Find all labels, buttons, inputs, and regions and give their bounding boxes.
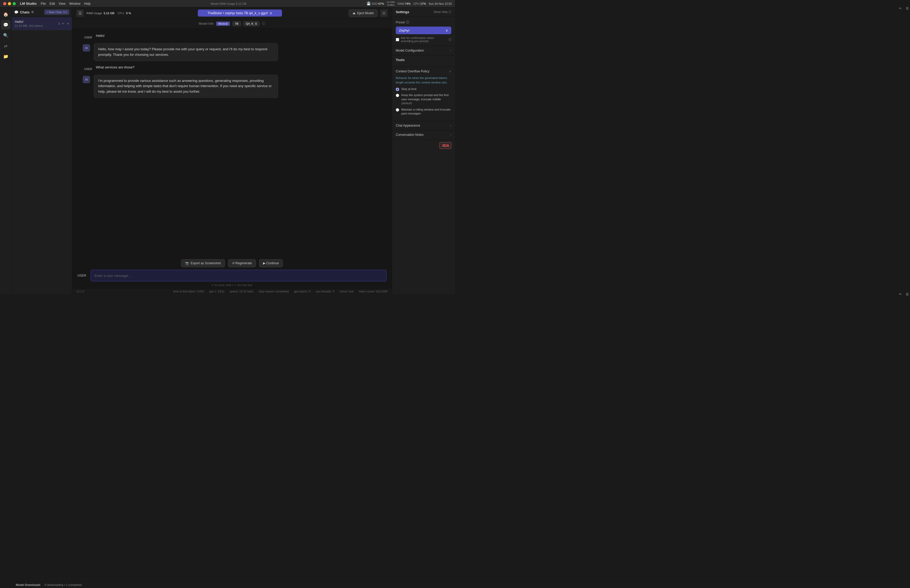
preset-chevron-icon: ∨ (446, 28, 448, 32)
status-gpu-layers: gpu layers: 0 (294, 290, 311, 293)
ask-confirmation-row: Ask for confirmation when overriding pre… (396, 36, 451, 43)
chat-area: USER Hello! ✏ 🗑 AI Hello, how may I assi… (72, 28, 392, 257)
message-role-user: USER (83, 65, 92, 71)
ai-avatar: AI (83, 44, 90, 52)
badge-mistral: Mistral (216, 22, 230, 26)
maximize-button[interactable] (13, 2, 16, 5)
context-overflow-header[interactable]: Context Overflow Policy ∨ (392, 67, 455, 76)
ram-usage-value: 5.12 GB (103, 11, 114, 15)
context-overflow-body: Behavior for when the generated tokens l… (392, 76, 455, 121)
eject-model-button[interactable]: ⏏ Eject Model (349, 10, 378, 17)
settings-title: Settings (396, 10, 409, 14)
ram-label: RAM (398, 2, 404, 5)
chat-item-actions: ℹ ✏ ✕ (58, 21, 70, 26)
radio-stop-input[interactable] (396, 88, 399, 91)
radio-keep-system: Keep the system prompt and the first use… (396, 93, 451, 105)
activity-chat[interactable]: 💬 (1, 20, 11, 29)
send-hint: ↵ to send, shift + ↵ for new line (72, 283, 392, 289)
ask-confirmation-info-icon[interactable]: ⓘ (448, 38, 451, 42)
xda-badge: XDA (440, 142, 451, 149)
settings-panel-header: Settings Show Help ⓘ (392, 7, 455, 17)
radio-rolling-window: Maintain a rolling window and truncate p… (396, 108, 451, 116)
regenerate-button[interactable]: ↺ Regenerate (228, 259, 256, 267)
sidebar-toggle-button[interactable]: ☰ (76, 10, 84, 17)
show-help-label: Show Help ⓘ (434, 10, 451, 13)
ram-value: 74% (405, 2, 411, 5)
radio-keep-input[interactable] (396, 94, 399, 97)
badge-7b: 7B (233, 21, 241, 26)
eject-icon: ⏏ (352, 11, 356, 15)
model-dropdown-chevron-icon: ∨ (270, 11, 272, 15)
menu-view[interactable]: View (59, 2, 66, 5)
badge-quant: Q4_K_S (244, 21, 259, 26)
activity-transfer[interactable]: ⇄ (1, 41, 11, 50)
app-name: LM Studio (20, 2, 37, 5)
chat-list-item[interactable]: Hello! 21.32 MB, 161 tokens ℹ ✏ ✕ (11, 17, 72, 30)
model-selector-text: TheBloke • zephyr beta 7B q4_k_s gguf (207, 11, 268, 15)
main-layout: 🏠 💬 🔍 ⇄ 📁 💬 Chats ⚙ + New Chat ⌘N Hello!… (0, 7, 455, 294)
window-panel-toggle[interactable]: ⊡ (380, 10, 388, 17)
traffic-lights[interactable] (3, 2, 16, 5)
export-screenshot-button[interactable]: 📷 Export as Screenshot (181, 259, 225, 267)
activity-home[interactable]: 🏠 (1, 10, 11, 19)
bottom-controls: 📷 Export as Screenshot ↺ Regenerate ▶ Co… (72, 257, 392, 270)
net-down: 8 KB/s (387, 4, 394, 6)
ssd-label: SSD (372, 2, 378, 5)
menu-help[interactable]: Help (84, 2, 91, 5)
model-info-icon[interactable]: ⓘ (262, 21, 265, 26)
new-chat-button[interactable]: + New Chat ⌘N (44, 10, 69, 15)
minimize-button[interactable] (8, 2, 11, 5)
user-message-text: What services are those? (96, 63, 134, 71)
ram-info: RAM Usage 5.12 GB CPU: 0 % (86, 11, 131, 15)
eject-label: Eject Model (357, 11, 373, 15)
ask-confirmation-checkbox[interactable] (396, 38, 399, 41)
message-input[interactable] (91, 270, 386, 281)
close-button[interactable] (3, 2, 6, 5)
menu-window[interactable]: Window (69, 2, 81, 5)
chat-close-icon[interactable]: ✕ (66, 21, 70, 26)
ssd-indicator: 💾 SSD 67% (367, 2, 384, 5)
titlebar-center-text: Model RAM Usage 5.12 GB (211, 2, 246, 5)
titlebar-right: 💾 SSD 67% 12 KB/s 8 KB/s RAM 74% CPU 17%… (367, 1, 452, 6)
conversation-notes-row[interactable]: Conversation Notes › (392, 130, 455, 139)
ssd-icon: 💾 (367, 2, 371, 5)
preset-label: Preset ⓘ (396, 20, 451, 24)
input-user-label: USER (78, 274, 88, 278)
radio-rolling-input[interactable] (396, 108, 399, 111)
menu-edit[interactable]: Edit (50, 2, 55, 5)
cpu-label: CPU (414, 2, 419, 5)
model-selector-button[interactable]: TheBloke • zephyr beta 7B q4_k_s gguf ∨ (198, 10, 282, 16)
continue-button[interactable]: ▶ Continue (259, 259, 283, 267)
cpu-usage: CPU: 0 % (118, 11, 131, 15)
menu-bar: File Edit View Window Help (41, 2, 91, 5)
ai-message-bubble: I'm programmed to provide various assist… (94, 75, 278, 98)
chat-appearance-row[interactable]: Chat Appearance › (392, 121, 455, 130)
settings-gear-icon[interactable]: ⚙ (31, 10, 34, 14)
chat-edit-icon[interactable]: ✏ (61, 21, 65, 26)
model-configuration-row[interactable]: Model Configuration › (392, 46, 455, 55)
ai-message-bubble: Hello, how may I assist you today? Pleas… (94, 43, 278, 61)
preset-dropdown-button[interactable]: Zephyr ∨ (396, 27, 451, 34)
show-help-button[interactable]: Show Help ⓘ (434, 10, 451, 14)
export-label: Export as Screenshot (191, 262, 221, 265)
chats-icon: 💬 (14, 10, 18, 14)
menu-file[interactable]: File (41, 2, 46, 5)
status-cpu-threads: cpu threads: 4 (316, 290, 335, 293)
chat-info-icon[interactable]: ℹ (58, 21, 60, 26)
right-panel: Settings Show Help ⓘ Preset ⓘ Zephyr ∨ A… (392, 7, 455, 294)
activity-files[interactable]: 📁 (1, 52, 11, 61)
status-token-count: token count: 161/1500 (359, 290, 388, 293)
sidebar-title: 💬 Chats ⚙ (14, 10, 34, 14)
ai-message-text: Hello, how may I assist you today? Pleas… (98, 47, 267, 57)
ask-confirmation-label: Ask for confirmation when overriding pre… (401, 36, 447, 43)
message-role-user: USER (83, 34, 92, 39)
message-row: AI I'm programmed to provide various ass… (83, 75, 381, 98)
message-row: AI Hello, how may I assist you today? Pl… (83, 43, 381, 61)
activity-search[interactable]: 🔍 (1, 31, 11, 40)
xda-logo-area: XDA (392, 139, 455, 152)
context-overflow-section: Context Overflow Policy ∨ Behavior for w… (392, 67, 455, 121)
activity-bar: 🏠 💬 🔍 ⇄ 📁 (0, 7, 11, 294)
preset-info-icon[interactable]: ⓘ (406, 20, 409, 24)
top-bar: ☰ RAM Usage 5.12 GB CPU: 0 % TheBloke • … (72, 7, 392, 19)
context-overflow-title: Context Overflow Policy (396, 69, 429, 73)
